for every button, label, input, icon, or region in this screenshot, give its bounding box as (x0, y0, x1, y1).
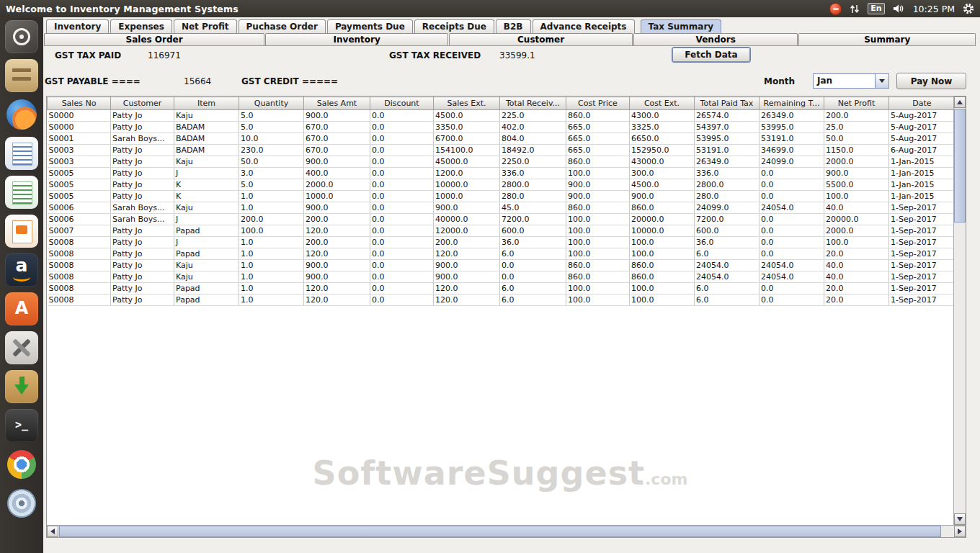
table-cell: 7200.0 (500, 214, 566, 225)
tab-b2b[interactable]: B2B (496, 19, 531, 33)
tab-summary[interactable]: Summary (798, 33, 976, 45)
table-cell: 7200.0 (695, 214, 760, 225)
record-indicator-icon[interactable] (829, 3, 842, 15)
launcher-icon-dvd[interactable] (5, 487, 38, 520)
launcher-icon-libreoffice-impress[interactable] (5, 215, 38, 248)
table-cell: Patty Jo (111, 260, 174, 271)
column-header-2[interactable]: Item (174, 97, 239, 110)
launcher-icon-chrome[interactable] (5, 448, 38, 481)
keyboard-layout-indicator[interactable]: En (868, 3, 884, 14)
launcher-icon-dash-home[interactable] (5, 20, 38, 53)
scroll-up-button[interactable] (954, 96, 966, 108)
session-gear-icon[interactable] (963, 3, 974, 14)
tab-receipts-due[interactable]: Receipts Due (414, 19, 494, 33)
tab-sales-order[interactable]: Sales Order (44, 33, 264, 45)
table-row[interactable]: S0000Patty JoBADAM5.0670.00.03350.0402.0… (48, 122, 954, 133)
table-cell: 900.0 (304, 202, 370, 214)
table-cell: 0.0 (760, 237, 824, 248)
table-cell: S0006 (48, 214, 111, 225)
table-cell: 670.0 (304, 133, 370, 145)
volume-icon[interactable] (893, 4, 905, 14)
vertical-scrollbar[interactable] (953, 96, 966, 525)
table-cell: 0.0 (760, 179, 824, 191)
table-row[interactable]: S0000Patty JoKaju5.0900.00.04500.0225.08… (48, 110, 954, 122)
table-cell: 100.0 (566, 295, 630, 306)
column-header-3[interactable]: Quantity (239, 97, 304, 110)
table-cell: 1-Sep-2017 (889, 295, 954, 306)
launcher-icon-libreoffice-calc[interactable] (5, 176, 38, 209)
tab-payments-due[interactable]: Payments Due (327, 19, 413, 33)
horizontal-scrollbar[interactable] (47, 525, 966, 537)
column-header-11[interactable]: Remaining T... (760, 97, 824, 110)
launcher-icon-files[interactable] (5, 59, 38, 92)
launcher-icon-libreoffice-writer[interactable] (5, 137, 38, 170)
sales-table-body: S0000Patty JoKaju5.0900.00.04500.0225.08… (48, 110, 954, 306)
table-cell: 5-Aug-2017 (889, 122, 954, 133)
table-cell: 0.0 (500, 271, 566, 283)
gst-credit-label: GST CREDIT ===== (241, 76, 338, 87)
table-row[interactable]: S0001Sarah Boys...BADAM10.0670.00.06700.… (48, 133, 954, 145)
table-row[interactable]: S0005Patty JoK5.02000.00.010000.02800.09… (48, 179, 954, 191)
table-row[interactable]: S0008Patty JoKaju1.0900.00.0900.00.0860.… (48, 260, 954, 271)
table-cell: 100.0 (630, 248, 695, 260)
tab-tax-summary[interactable]: Tax Summary (641, 19, 722, 33)
column-header-9[interactable]: Cost Ext. (630, 97, 695, 110)
tab-expenses[interactable]: Expenses (110, 19, 172, 33)
column-header-13[interactable]: Date (889, 97, 954, 110)
table-cell: 10000.0 (434, 179, 500, 191)
table-cell: 53995.0 (695, 133, 760, 145)
table-cell: 0.0 (370, 110, 434, 122)
tab-net-profit[interactable]: Net Profit (174, 19, 237, 33)
table-row[interactable]: S0005Patty JoK1.01000.00.01000.0280.0900… (48, 191, 954, 202)
table-cell: 24054.0 (695, 260, 760, 271)
column-header-0[interactable]: Sales No (48, 97, 111, 110)
table-cell: 6700.0 (434, 133, 500, 145)
scroll-left-button[interactable] (47, 526, 58, 537)
table-cell: 900.0 (824, 168, 889, 179)
column-header-1[interactable]: Customer (111, 97, 174, 110)
horizontal-scroll-thumb[interactable] (59, 526, 941, 537)
table-row[interactable]: S0003Patty JoBADAM230.0670.00.0154100.01… (48, 145, 954, 156)
tab-vendors[interactable]: Vendors (633, 33, 798, 45)
table-row[interactable]: S0008Patty JoPapad1.0120.00.0120.06.0100… (48, 248, 954, 260)
scroll-right-button[interactable] (954, 526, 966, 537)
table-row[interactable]: S0008Patty JoPapad1.0120.00.0120.06.0100… (48, 295, 954, 306)
scroll-down-button[interactable] (954, 513, 966, 525)
launcher-icon-firefox[interactable] (5, 98, 38, 131)
launcher-icon-package-installer[interactable] (5, 370, 38, 403)
vertical-scroll-thumb[interactable] (954, 109, 966, 222)
launcher-icon-terminal[interactable] (5, 409, 38, 442)
pay-now-button[interactable]: Pay Now (896, 73, 966, 89)
column-header-7[interactable]: Total Receiv... (500, 97, 566, 110)
sync-arrows-icon[interactable] (850, 4, 860, 14)
table-row[interactable]: S0008Patty JoKaju1.0900.00.0900.00.0860.… (48, 271, 954, 283)
month-dropdown[interactable]: Jan (813, 73, 889, 89)
table-row[interactable]: S0008Patty JoJ1.0200.00.0200.036.0100.01… (48, 237, 954, 248)
column-header-8[interactable]: Cost Price (566, 97, 630, 110)
tab-advance-receipts[interactable]: Advance Receipts (533, 19, 635, 33)
launcher-icon-amazon[interactable] (5, 253, 38, 287)
column-header-10[interactable]: Total Paid Tax (695, 97, 760, 110)
table-row[interactable]: S0006Sarah Boys...Kaju1.0900.00.0900.045… (48, 202, 954, 214)
column-header-4[interactable]: Sales Amt (304, 97, 370, 110)
table-row[interactable]: S0006Sarah Boys...J200.0200.00.040000.07… (48, 214, 954, 225)
column-header-6[interactable]: Sales Ext. (434, 97, 500, 110)
table-row[interactable]: S0003Patty JoKaju50.0900.00.045000.02250… (48, 156, 954, 168)
table-row[interactable]: S0007Patty JoPapad100.0120.00.012000.060… (48, 225, 954, 237)
column-header-5[interactable]: Discount (370, 97, 434, 110)
table-cell: 2000.0 (824, 156, 889, 168)
fetch-data-button[interactable]: Fetch Data (672, 47, 751, 63)
tab-customer[interactable]: Customer (449, 33, 633, 45)
table-row[interactable]: S0005Patty JoJ3.0400.00.01200.0336.0100.… (48, 168, 954, 179)
table-cell: 0.0 (760, 295, 824, 306)
launcher-icon-system-settings[interactable] (5, 331, 38, 364)
tab-inventory[interactable]: Inventory (46, 19, 109, 33)
dropdown-button[interactable] (875, 74, 888, 88)
table-cell: 18492.0 (500, 145, 566, 156)
clock[interactable]: 10:25 PM (913, 4, 955, 14)
tab-purchase-order[interactable]: Puchase Order (239, 19, 326, 33)
tab-inventory2[interactable]: Inventory (265, 33, 448, 45)
launcher-icon-ubuntu-software[interactable] (5, 292, 38, 325)
column-header-12[interactable]: Net Profit (824, 97, 889, 110)
table-row[interactable]: S0008Patty JoPapad1.0120.00.0120.06.0100… (48, 283, 954, 295)
